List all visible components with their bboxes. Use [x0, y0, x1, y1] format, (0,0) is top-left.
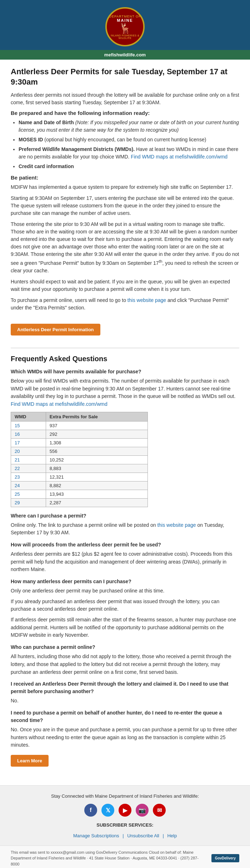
- logo-icon: 🦌: [107, 22, 143, 34]
- page-wrapper: DEPARTMENT OF MAINE 🦌 INLAND FISHERIES &…: [0, 0, 250, 868]
- faq-answer-6: No.: [11, 697, 239, 705]
- email-icon[interactable]: ✉: [153, 804, 166, 817]
- url-bar: mefishwildlife.com: [0, 50, 250, 60]
- table-cell-wmd: 25: [11, 490, 46, 498]
- table-cell-permits: 8,882: [46, 481, 148, 490]
- help-link[interactable]: Help: [167, 833, 177, 838]
- faq-section: Frequently Asked Questions Which WMDs wi…: [11, 355, 239, 749]
- footer-disclaimer: This email was sent to xxxxxx@gmail.com …: [11, 849, 207, 867]
- instagram-icon[interactable]: 📷: [136, 804, 149, 817]
- wmd-link[interactable]: 23: [15, 474, 20, 480]
- be-patient-heading: Be patient:: [11, 175, 239, 181]
- table-row: 2312,321: [11, 473, 148, 481]
- youtube-icon[interactable]: ▶: [119, 804, 131, 817]
- faq-answer-7: No. Once you are in the queue and purcha…: [11, 726, 239, 749]
- table-cell-wmd: 22: [11, 464, 46, 473]
- govdelivery-logo: GovDelivery: [211, 854, 239, 862]
- learn-more-button[interactable]: Learn More: [11, 755, 49, 767]
- be-patient-p2: Starting at 9:30AM on September 17, user…: [11, 195, 239, 217]
- facebook-icon[interactable]: f: [84, 804, 97, 817]
- logo-arc-top-text: DEPARTMENT OF: [107, 15, 143, 18]
- table-row: 15937: [11, 421, 148, 430]
- faq-answer-4b: If you already purchased an antlerless d…: [11, 598, 239, 613]
- faq-question-3: How will proceeds from the antlerless de…: [11, 541, 239, 549]
- wmd-link[interactable]: 15: [15, 423, 20, 428]
- wmd-link[interactable]: 21: [15, 457, 20, 463]
- faq-answer-4c: If antlerless deer permits still remain …: [11, 616, 239, 639]
- manage-subscriptions-link[interactable]: Manage Subscriptions: [73, 833, 119, 838]
- intro-paragraph: Antlerless deer permits not issued throu…: [11, 91, 239, 106]
- faq-answer-4a: Only one antlerless deer permit may be p…: [11, 587, 239, 595]
- table-cell-permits: 13,943: [46, 490, 148, 498]
- table-cell-wmd: 23: [11, 473, 46, 481]
- bottom-footer: This email was sent to xxxxxx@gmail.com …: [0, 846, 250, 868]
- unsubscribe-all-link[interactable]: Unsubscribe All: [127, 833, 159, 838]
- table-cell-permits: 8,883: [46, 464, 148, 473]
- subscriber-services-label: SUBSCRIBER SERVICES:: [11, 822, 239, 829]
- list-item-label: MOSES ID: [19, 137, 43, 142]
- list-item-label: Name and Date of Birth: [19, 120, 74, 125]
- table-row: 2513,943: [11, 490, 148, 498]
- table-row: 248,882: [11, 481, 148, 490]
- social-icons-row: f 𝕏 ▶ 📷 ✉: [11, 804, 239, 817]
- table-cell-wmd: 15: [11, 421, 46, 430]
- page-title: Antlerless Deer Permits for sale Tuesday…: [11, 67, 239, 87]
- website-page-link[interactable]: this website page: [128, 297, 166, 303]
- wmd-maps-link[interactable]: Find WMD maps at mefishwildlife.com/wmd: [131, 154, 228, 160]
- info-list: Name and Date of Birth (Note: If you mis…: [19, 119, 239, 170]
- table-cell-permits: 937: [46, 421, 148, 430]
- list-item: Credit card information: [19, 163, 239, 170]
- be-patient-p4: Hunters should expect to wait and be pat…: [11, 278, 239, 293]
- wmd-link[interactable]: 20: [15, 449, 20, 454]
- logo-area: DEPARTMENT OF MAINE 🦌 INLAND FISHERIES &…: [0, 4, 250, 50]
- website-page-link-2[interactable]: this website page: [157, 522, 196, 528]
- table-cell-permits: 556: [46, 447, 148, 455]
- faq-question-5: Who can purchase a permit online?: [11, 644, 239, 651]
- faq-answer-3: Antlerless deer permits are $12 (plus $2…: [11, 550, 239, 574]
- wmd-link[interactable]: 17: [15, 440, 20, 445]
- main-content: Antlerless Deer Permits for sale Tuesday…: [0, 60, 250, 785]
- table-row: 228,883: [11, 464, 148, 473]
- table-row: 292,287: [11, 498, 148, 507]
- section-divider: [11, 348, 239, 348]
- social-heading: Stay Connected with Maine Department of …: [11, 793, 239, 800]
- header: DEPARTMENT OF MAINE 🦌 INLAND FISHERIES &…: [0, 0, 250, 60]
- wmd-link[interactable]: 25: [15, 491, 20, 497]
- faq-answer-1: Below you will find WMDs with extra perm…: [11, 377, 239, 408]
- table-cell-wmd: 24: [11, 481, 46, 490]
- table-cell-wmd: 17: [11, 438, 46, 447]
- wmd-link[interactable]: 22: [15, 466, 20, 471]
- faq-question-2: Where can I purchase a permit?: [11, 512, 239, 520]
- table-cell-permits: 10,252: [46, 455, 148, 464]
- table-row: 20556: [11, 447, 148, 455]
- faq-answer-2: Online only. The link to purchase a perm…: [11, 521, 239, 537]
- table-row: 2110,252: [11, 455, 148, 464]
- faq-question-4: How many antlerless deer permits can I p…: [11, 578, 239, 585]
- logo-arc-bottom-text: INLAND FISHERIES & WILDLIFE: [107, 34, 143, 39]
- table-cell-permits: 12,321: [46, 473, 148, 481]
- list-item-label: Credit card information: [19, 163, 74, 169]
- maine-logo: DEPARTMENT OF MAINE 🦌 INLAND FISHERIES &…: [105, 7, 145, 46]
- url-text: mefishwildlife.com: [104, 52, 146, 57]
- faq-heading: Frequently Asked Questions: [11, 355, 239, 363]
- table-cell-permits: 292: [46, 430, 148, 438]
- wmd-link[interactable]: 16: [15, 432, 20, 437]
- table-row: 171,308: [11, 438, 148, 447]
- faq-question-1: Which WMDs will have permits available f…: [11, 368, 239, 375]
- be-patient-p5: To purchase a permit online, users will …: [11, 297, 239, 312]
- permit-info-button[interactable]: Antlerless Deer Permit Information: [11, 324, 100, 335]
- subscriber-links: Manage Subscriptions | Unsubscribe All |…: [11, 833, 239, 838]
- wmd-link[interactable]: 29: [15, 500, 20, 505]
- wmd-link[interactable]: 24: [15, 483, 20, 488]
- be-patient-p3: Those entering the site prior to 9:30 AM…: [11, 221, 239, 274]
- list-item-note: (optional but highly encouraged, can be …: [44, 137, 206, 142]
- table-cell-wmd: 16: [11, 430, 46, 438]
- faq-answer-5: All hunters, including those who did not…: [11, 653, 239, 676]
- wmd-table: WMD Extra Permits for Sale 1593716292171…: [11, 412, 148, 507]
- list-item-label: Preferred Wildlife Management Districts …: [19, 146, 135, 152]
- table-row: 16292: [11, 430, 148, 438]
- wmd-maps-link-2[interactable]: Find WMD maps at mefishwildlife.com/wmd: [11, 401, 108, 407]
- faq-question-6: I received an Antlerless Deer Permit thr…: [11, 680, 239, 695]
- twitter-icon[interactable]: 𝕏: [101, 804, 114, 817]
- list-item: Name and Date of Birth (Note: If you mis…: [19, 119, 239, 134]
